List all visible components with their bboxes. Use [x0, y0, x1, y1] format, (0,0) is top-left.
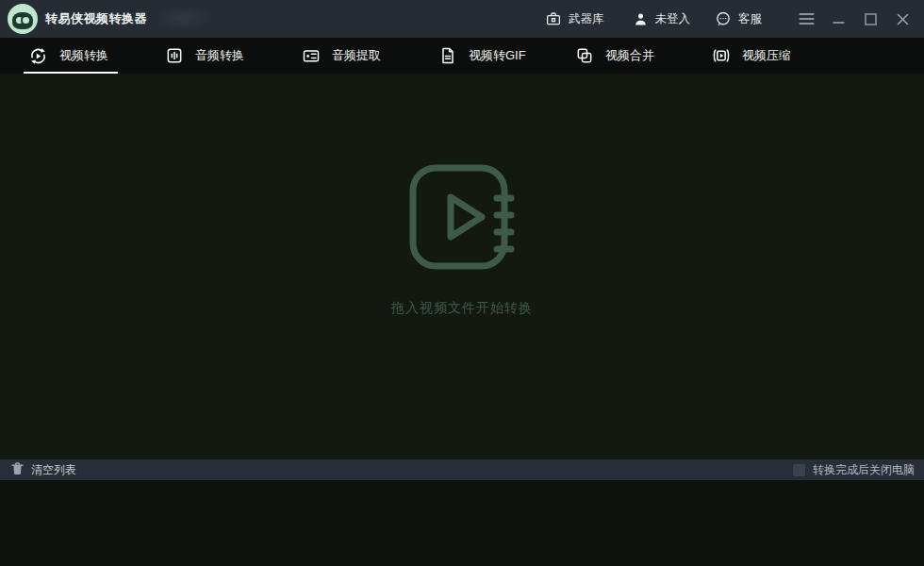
- video-convert-icon: [28, 46, 48, 66]
- tab-label: 视频压缩: [742, 47, 791, 64]
- title-bar: 转易侠视频转换器 武器库: [0, 0, 924, 38]
- audio-extract-icon: [302, 46, 321, 65]
- menu-icon: [799, 12, 815, 25]
- shutdown-label: 转换完成后关闭电脑: [813, 462, 915, 478]
- tab-audio-convert[interactable]: 音频转换: [150, 38, 287, 74]
- service-label: 客服: [738, 11, 762, 27]
- tab-label: 音频转换: [195, 47, 244, 64]
- menu-button[interactable]: [790, 0, 822, 38]
- watermark: [158, 6, 213, 30]
- app-logo-icon: [8, 4, 38, 34]
- audio-convert-icon: [165, 46, 184, 65]
- list-toolbar: 清空列表 转换完成后关闭电脑: [0, 459, 924, 480]
- tab-label: 音频提取: [332, 47, 381, 64]
- shutdown-option: 转换完成后关闭电脑: [793, 462, 915, 478]
- service-button[interactable]: 客服: [715, 10, 762, 27]
- tab-video-compress[interactable]: 视频压缩: [697, 38, 833, 74]
- arsenal-icon: [545, 10, 562, 27]
- login-button[interactable]: 未登入: [633, 11, 691, 27]
- video-placeholder-icon: [405, 162, 519, 275]
- chat-icon: [715, 10, 732, 27]
- video-merge-icon: [575, 46, 594, 65]
- tab-video-merge[interactable]: 视频合并: [560, 38, 697, 74]
- tab-audio-extract[interactable]: 音频提取: [287, 38, 423, 74]
- video-compress-icon: [712, 46, 731, 65]
- app-title: 转易侠视频转换器: [45, 0, 147, 38]
- tab-label: 视频合并: [605, 47, 654, 64]
- minimize-icon: [833, 12, 845, 25]
- video-drop-zone[interactable]: 拖入视频文件开始转换: [0, 74, 924, 459]
- tab-video-convert[interactable]: 视频转换: [13, 38, 150, 74]
- arsenal-button[interactable]: 武器库: [545, 10, 604, 27]
- maximize-button[interactable]: [854, 0, 886, 38]
- minimize-button[interactable]: [822, 0, 854, 38]
- maximize-icon: [865, 13, 877, 25]
- tab-label: 视频转换: [59, 47, 108, 64]
- close-icon: [897, 13, 909, 25]
- clear-list-button[interactable]: 清空列表: [11, 462, 76, 478]
- arsenal-label: 武器库: [569, 11, 604, 27]
- tab-label: 视频转GIF: [469, 47, 526, 64]
- app-window: 转易侠视频转换器 武器库: [0, 0, 924, 566]
- trash-icon: [11, 462, 24, 478]
- login-label: 未登入: [655, 11, 691, 27]
- shutdown-checkbox[interactable]: [793, 464, 805, 476]
- user-icon: [633, 11, 649, 27]
- bottom-panel: 转换格式: MP4 - 保持原视频设置 存储目录: C:\Users\Admin…: [0, 480, 924, 566]
- drop-hint-text: 拖入视频文件开始转换: [391, 300, 533, 317]
- video-to-gif-icon: [438, 46, 457, 65]
- close-button[interactable]: [886, 0, 918, 38]
- tab-video-to-gif[interactable]: 视频转GIF: [423, 38, 560, 74]
- feature-tab-bar: 视频转换 音频转换 音频提取: [0, 38, 924, 74]
- clear-list-label: 清空列表: [31, 462, 76, 478]
